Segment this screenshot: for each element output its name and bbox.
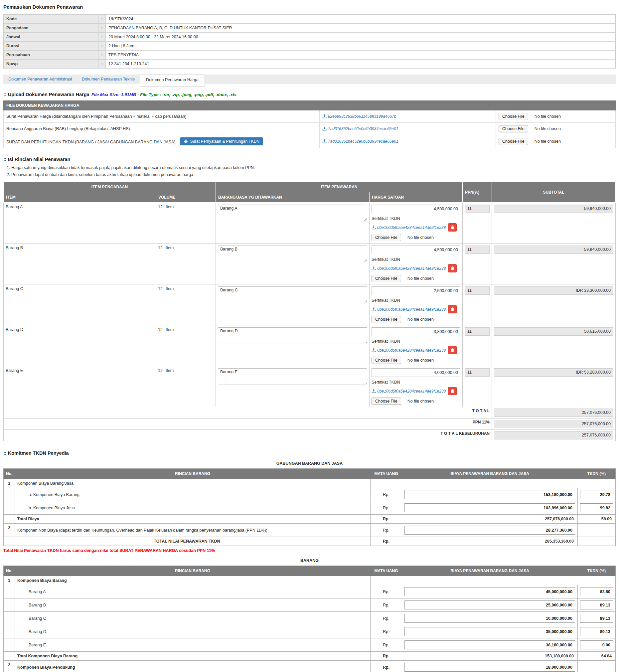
info-row: Pengadaan : PENGADAAN BARANG A, B, C, D … [4,24,616,32]
col-biaya: BIAYA PENAWARAN BARANG DAN JASA [402,469,578,479]
tkdn-header-row: No. RINCIAN BARANG MATA UANG BIAYA PENAW… [4,469,616,479]
rincian-cell: Komponen Biaya Pendukung [15,661,370,672]
choose-file-button[interactable]: Choose File [371,234,401,241]
offered-item-textarea[interactable]: Barang E [218,368,367,385]
biaya-input[interactable] [405,600,575,609]
empty-span-cell [402,576,616,585]
currency-cell: Rp. [370,524,402,537]
unit-price-input[interactable] [371,286,460,295]
summary-value-cell: 257,076,000.00 [492,430,616,441]
item-row: Barang D 12Item Barang D Sertifikat TKDN… [4,325,616,366]
tkdn-percent-input[interactable] [580,641,613,649]
col-tkdn: TKDN (%) [578,566,616,576]
tkdn-percent-input[interactable] [580,600,613,609]
certificate-file-link[interactable]: 0be106d5f0a5e4284ceea14ae9f1e238 [371,389,446,394]
choose-file-button[interactable]: Choose File [371,275,401,282]
certificate-file-link[interactable]: 0be106d5f0a5e4284ceea14ae9f1e238 [371,307,446,312]
offered-item-textarea[interactable]: Barang C [218,286,367,303]
rincian-label: Komponen Non Biaya (dapat terdiri dari K… [17,528,267,533]
unit-price-input[interactable] [371,205,460,213]
biaya-input[interactable] [405,587,575,596]
ppn-cell: 11 [463,284,492,325]
choose-file-button[interactable]: Choose File [499,113,528,120]
tkdn-percent-input[interactable] [580,587,613,596]
tkdn-percent-input[interactable] [580,490,613,499]
certificate-file-link[interactable]: 0be106d5f0a5e4284ceea14ae9f1e238 [371,348,446,353]
price-cell: Sertifikat TKDN 0be106d5f0a5e4284ceea14a… [369,284,463,325]
certificate-file-link[interactable]: 0be106d5f0a5e4284ceea14ae9f1e238 [371,225,446,230]
choose-file-button[interactable]: Choose File [499,138,528,145]
tkdn-percent-input[interactable] [580,627,613,636]
unit-price-input[interactable] [371,327,460,336]
tab[interactable]: Dokumen Penawaran Teknis [77,74,140,84]
choose-file-button[interactable]: Choose File [371,398,401,405]
tkdn-cell [578,524,616,537]
biaya-input[interactable] [405,663,575,672]
biaya-input[interactable] [405,627,575,636]
offered-item-textarea[interactable]: Barang D [218,327,367,344]
tkdn-cell [578,599,616,612]
delete-certificate-button[interactable] [448,346,457,354]
file-row: Surat Penawaran Harga (ditandatangani ol… [4,111,616,123]
biaya-input[interactable] [405,526,575,535]
offered-item-textarea[interactable]: Barang B [218,246,367,262]
biaya-input[interactable] [405,503,575,512]
currency-cell [370,576,402,585]
printer-icon [184,139,188,143]
rincian-cell: b. Komponen Biaya Jasa [15,501,370,515]
file-link-cell: 7ad316352bec52e0c6b3934ecae65e01 [320,135,496,148]
tkdn-cell [578,612,616,625]
choose-file-button[interactable]: Choose File [499,125,528,132]
download-icon [371,266,376,270]
info-label: Pengadaan [4,24,98,32]
item-row: Barang E 12Item Barang E Sertifikat TKDN… [4,366,616,407]
uploaded-file-link[interactable]: 7ad316352bec52e0c6b3934ecae65e01 [322,126,399,131]
offered-item-textarea[interactable]: Barang A [218,205,367,221]
delete-certificate-button[interactable] [448,305,457,313]
item-volume-cell: 12Item [156,366,216,407]
delete-certificate-button[interactable] [448,223,457,231]
uploaded-file-link[interactable]: 7ad316352bec52e0c6b3934ecae65e01 [322,139,399,144]
tkdn-percent-value: 64.84 [580,654,613,658]
col-mata-uang: MATA UANG [370,469,402,479]
tkdn-percent-input[interactable] [580,503,613,512]
file-table-header: FILE DOKUMEN KEWAJARAN HARGA [4,101,616,111]
info-colon: : [98,51,106,60]
certificate-file-link[interactable]: 0be106d5f0a5e4284ceea14ae9f1e238 [371,266,446,271]
info-colon: : [98,42,106,51]
biaya-cell [402,625,578,639]
subtotal-value: IDR 33,300,000.00 [494,286,613,295]
item-name-cell: Barang C [4,284,156,325]
col-item: ITEM [4,192,156,203]
unit-price-input[interactable] [371,246,460,254]
file-upload-cell: Choose FileNo file chosen [496,123,616,135]
ppn-cell: 11 [463,325,492,366]
rincian-cell: Total Komponen Biaya Barang [15,652,370,661]
choose-file-button[interactable]: Choose File [371,316,401,323]
col-biaya: BIAYA PENAWARAN BARANG DAN JASA [402,566,578,576]
rincian-cell: Barang B [15,599,370,612]
tkdn-row: b. Komponen Biaya Jasa Rp. [4,501,616,515]
tkdn-percent-input[interactable] [580,614,613,623]
tkdn-row: 2 Komponen Biaya Pendukung Rp. [4,661,616,672]
delete-certificate-button[interactable] [448,387,457,395]
tkdn-total-value: 285,353,360.00 [405,539,575,544]
unit-price-input[interactable] [371,368,460,377]
biaya-input[interactable] [405,641,575,649]
tab[interactable]: Dokumen Penawaran Administrasi [3,74,77,84]
uploaded-file-link[interactable]: 82e6993c2638b6611458f0f189a4667b [322,114,396,119]
no-file-chosen-text: No file chosen [531,114,561,119]
biaya-input[interactable] [405,490,575,499]
tkdn-table-title: BARANG [3,558,616,563]
biaya-input[interactable] [405,614,575,623]
print-tkdn-button[interactable]: Surat Pernyataan & Perhitungan TKDN [180,137,263,145]
biaya-cell [402,501,578,515]
tab[interactable]: Dokumen Penawaran Harga [140,74,205,86]
info-row: Durasi : 2 Hari | 8 Jam [4,42,616,51]
choose-file-button[interactable]: Choose File [371,357,401,364]
tab-bar: Dokumen Penawaran Administrasi Dokumen P… [3,74,616,86]
row-number: 2 [4,661,15,672]
item-volume: 12 [158,327,163,332]
delete-certificate-button[interactable] [448,264,457,272]
tkdn-cell [578,625,616,639]
